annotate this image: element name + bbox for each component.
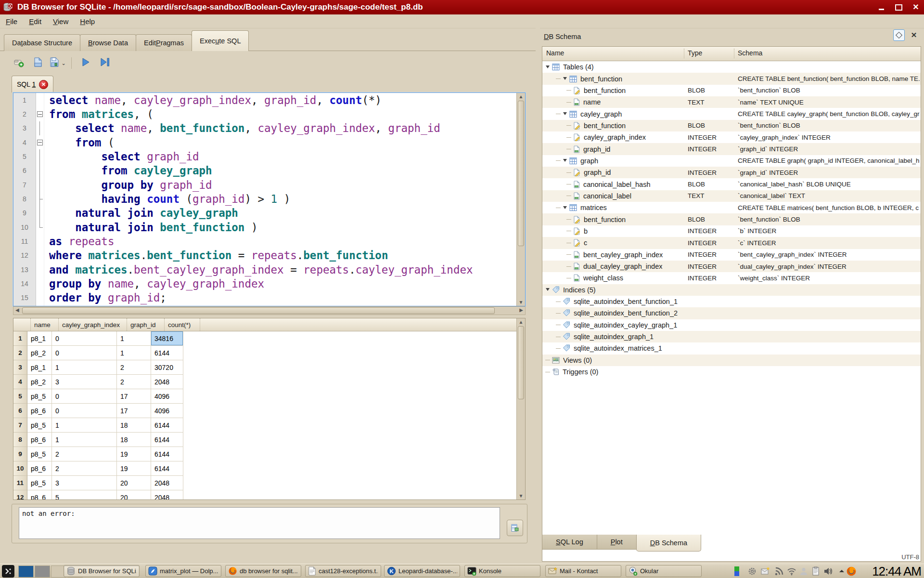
tab-edit-pragmas[interactable]: Edit Pragmas <box>136 34 192 51</box>
fold-marker[interactable] <box>36 149 44 163</box>
pager-desktop-1[interactable] <box>18 565 34 578</box>
close-icon[interactable]: ✕ <box>911 2 921 12</box>
schema-tree-item-tables-4[interactable]: Tables (4) <box>542 61 921 73</box>
row-number[interactable]: 11 <box>13 476 27 490</box>
schema-tree-item-bent-function[interactable]: bent_functionCREATE TABLE bent_function(… <box>542 73 921 84</box>
row-number[interactable]: 7 <box>13 418 27 433</box>
table-cell[interactable]: 19 <box>117 447 151 461</box>
export-results-button[interactable] <box>507 520 523 536</box>
table-cell[interactable]: 6144 <box>151 346 183 360</box>
fold-marker[interactable] <box>36 206 44 220</box>
tab-browse-data[interactable]: Browse Data <box>80 34 136 51</box>
schema-tree-item-sqlite-autoindex-bent-function-1[interactable]: sqlite_autoindex_bent_function_1 <box>542 296 921 307</box>
taskbar-item-db-browser-for-sqli[interactable]: DB Browser for SQLi... <box>64 565 140 577</box>
schema-tree-item-cayley-graph-index[interactable]: cayley_graph_indexINTEGER`cayley_graph_i… <box>542 131 921 143</box>
table-cell[interactable]: 0 <box>52 346 117 360</box>
menu-view[interactable]: View <box>47 16 74 27</box>
row-number[interactable]: 8 <box>13 433 27 447</box>
schema-tree-item-canonical-label[interactable]: canonical_labelTEXT`canonical_label` TEX… <box>542 190 921 202</box>
fold-marker[interactable] <box>36 107 44 121</box>
taskbar-item-mail-kontact[interactable]: Mail - Kontact <box>545 565 621 577</box>
schema-tree-item-sqlite-autoindex-graph-1[interactable]: sqlite_autoindex_graph_1 <box>542 331 921 342</box>
sql-editor-tab[interactable]: SQL 1✕ <box>12 76 53 92</box>
chevron-down-icon[interactable] <box>563 158 567 163</box>
row-number[interactable]: 2 <box>13 346 27 360</box>
schema-tree-item-views-0[interactable]: Views (0) <box>542 355 921 366</box>
schema-tree-item-graph-id[interactable]: graph_idINTEGER`graph_id` INTEGER <box>542 167 921 178</box>
table-cell[interactable]: 18 <box>117 418 151 433</box>
taskbar-item-konsole[interactable]: Konsole <box>464 565 540 577</box>
row-number[interactable]: 9 <box>13 447 27 461</box>
open-file-button[interactable] <box>31 56 45 70</box>
table-cell[interactable]: 6144 <box>151 447 183 461</box>
open-tab-button[interactable] <box>12 56 26 70</box>
taskbar-item-db-browser-for-sqlit[interactable]: db browser for sqlit... <box>225 565 301 577</box>
table-cell[interactable]: 1 <box>52 360 117 375</box>
table-cell[interactable]: 6144 <box>151 461 183 476</box>
table-cell[interactable]: 19 <box>117 461 151 476</box>
save-file-button[interactable]: ⌄ <box>50 56 64 70</box>
taskbar-item-cast128-exceptions-t[interactable]: cast128-exceptions.t... <box>305 565 381 577</box>
column-header-graph-id[interactable]: graph_id <box>127 318 165 331</box>
schema-tree-item-bent-function[interactable]: bent_functionBLOB`bent_function` BLOB <box>542 120 921 131</box>
taskbar-clock[interactable]: 12:44 AM <box>872 564 921 578</box>
schema-column-header-type[interactable]: Type <box>688 49 702 57</box>
table-cell[interactable]: 17 <box>117 404 151 418</box>
table-cell[interactable]: 20 <box>117 490 151 500</box>
chevron-down-icon[interactable] <box>545 65 550 69</box>
gear-icon[interactable] <box>747 566 757 577</box>
table-cell[interactable]: 18 <box>117 433 151 447</box>
maximize-icon[interactable] <box>893 2 904 12</box>
table-cell[interactable]: 2048 <box>151 490 183 500</box>
sql-code-area[interactable]: select name, cayley_graph_index, graph_i… <box>44 93 516 306</box>
schema-tree-item-bent-function[interactable]: bent_functionBLOB`bent_function` BLOB <box>542 85 921 96</box>
chevron-down-icon[interactable] <box>545 288 550 292</box>
table-cell[interactable]: 2 <box>117 375 151 389</box>
execute-all-button[interactable] <box>78 56 93 70</box>
tab-database-structure[interactable]: Database Structure <box>4 34 80 51</box>
fold-marker[interactable] <box>36 192 44 206</box>
minimize-icon[interactable] <box>876 2 886 12</box>
table-cell[interactable]: 1 <box>52 418 117 433</box>
schema-tree-item-weight-class[interactable]: weight_classINTEGER`weight_class` INTEGE… <box>542 272 921 284</box>
dock-tab-db-schema[interactable]: DB Schema <box>636 535 701 552</box>
table-cell[interactable]: 1 <box>117 346 151 360</box>
schema-tree-item-matrices[interactable]: matricesCREATE TABLE matrices( bent_func… <box>542 202 921 213</box>
fold-marker[interactable] <box>36 178 44 192</box>
row-number[interactable]: 12 <box>13 490 27 500</box>
schema-tree-item-graph[interactable]: graphCREATE TABLE graph( graph_id INTEGE… <box>542 155 921 167</box>
schema-column-header-schema[interactable]: Schema <box>738 49 762 57</box>
table-cell[interactable]: p8_5 <box>27 418 52 433</box>
schema-tree-item-sqlite-autoindex-matrices-1[interactable]: sqlite_autoindex_matrices_1 <box>542 342 921 354</box>
table-cell[interactable]: 4096 <box>151 404 183 418</box>
chevron-down-icon[interactable] <box>563 77 567 81</box>
dock-tab-plot[interactable]: Plot <box>597 535 637 550</box>
fold-marker[interactable] <box>36 135 44 149</box>
taskbar-item-leopardi-database[interactable]: KLeopardi-database-... <box>384 565 460 577</box>
wifi-icon[interactable] <box>786 566 797 577</box>
dropdown-caret-icon[interactable]: ⌄ <box>61 60 65 66</box>
schema-tree-item-canonical-label-hash[interactable]: canonical_label_hashBLOB`canonical_label… <box>542 178 921 190</box>
schema-tree-header[interactable]: NameTypeSchema <box>542 47 921 61</box>
chevron-down-icon[interactable] <box>563 112 567 116</box>
table-cell[interactable]: 5 <box>52 490 117 500</box>
table-cell[interactable]: 2 <box>117 360 151 375</box>
schema-tree-item-triggers-0[interactable]: Triggers (0) <box>542 366 921 378</box>
table-cell[interactable]: 1 <box>52 433 117 447</box>
tab-close-icon[interactable]: ✕ <box>39 80 48 89</box>
execute-line-button[interactable] <box>98 56 112 70</box>
table-cell[interactable]: p8_6 <box>27 461 52 476</box>
table-cell[interactable]: p8_2 <box>27 375 52 389</box>
taskbar-item-matrix-plot-dolp[interactable]: matrix_plot — Dolp... <box>145 565 221 577</box>
tab-execute-sql[interactable]: Execute SQL <box>192 30 249 51</box>
schema-column-header-name[interactable]: Name <box>546 49 564 57</box>
table-cell[interactable]: 3 <box>52 375 117 389</box>
schema-tree-item-name[interactable]: nameTEXT`name` TEXT UNIQUE <box>542 96 921 108</box>
column-header-cayley-graph-index[interactable]: cayley_graph_index <box>59 318 127 331</box>
table-cell[interactable]: p8_5 <box>27 476 52 490</box>
row-number[interactable]: 6 <box>13 404 27 418</box>
fold-marker[interactable] <box>36 164 44 178</box>
results-vertical-scrollbar[interactable]: ▲ ▼ <box>516 318 525 499</box>
pager-desktop-2[interactable] <box>35 565 50 578</box>
table-cell[interactable]: p8_1 <box>27 360 52 375</box>
